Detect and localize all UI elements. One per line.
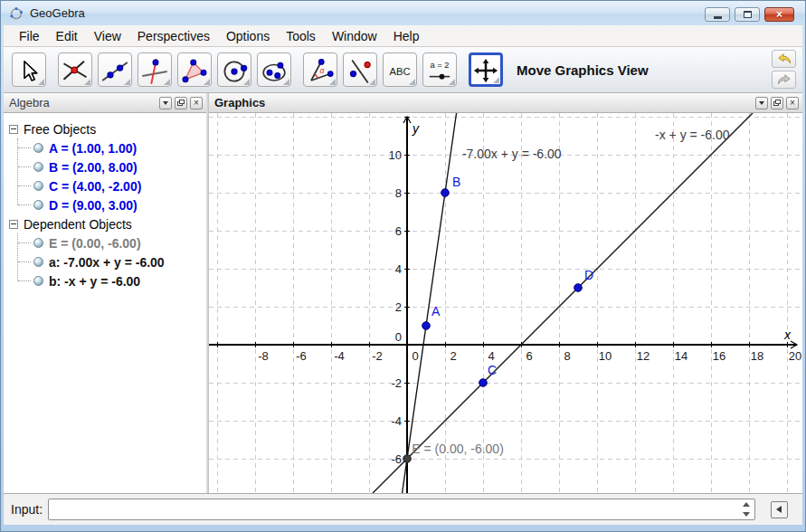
- algebra-item-c[interactable]: C = (4.00, -2.00): [4, 176, 206, 195]
- algebra-group-dependent-objects[interactable]: Dependent Objects: [4, 214, 206, 233]
- maximize-button[interactable]: [735, 7, 760, 22]
- tool-angle-button[interactable]: α: [303, 52, 337, 87]
- graphics-options-button[interactable]: [755, 97, 768, 109]
- menu-help[interactable]: Help: [385, 27, 428, 45]
- point-A[interactable]: [422, 322, 431, 330]
- tool-dropdown-arrow-icon[interactable]: [409, 79, 415, 85]
- menu-edit[interactable]: Edit: [48, 27, 86, 45]
- object-definition: B = (2.00, 8.00): [49, 160, 137, 175]
- point-C-label[interactable]: C: [488, 363, 497, 377]
- tool-dropdown-arrow-icon[interactable]: [493, 77, 499, 83]
- undock-icon: [177, 100, 185, 106]
- tool-move-graphics-view-button[interactable]: [469, 52, 503, 87]
- algebra-item-d[interactable]: D = (9.00, 3.00): [4, 195, 206, 214]
- tool-perpendicular-line-button[interactable]: [137, 52, 172, 87]
- tool-reflect-about-line-button[interactable]: [343, 52, 377, 87]
- algebra-item-b[interactable]: B = (2.00, 8.00): [4, 157, 206, 176]
- tool-dropdown-arrow-icon[interactable]: [164, 79, 170, 85]
- point-E[interactable]: [403, 455, 412, 463]
- x-tick-label: -6: [296, 349, 307, 363]
- chevron-down-icon: [759, 101, 764, 105]
- x-tick-label: 8: [564, 349, 570, 363]
- visibility-marble-icon[interactable]: [33, 200, 43, 210]
- tool-dropdown-arrow-icon[interactable]: [283, 79, 289, 85]
- y-tick-label: 2: [395, 300, 402, 314]
- menu-file[interactable]: File: [11, 27, 48, 45]
- tool-line-two-points-button[interactable]: [98, 52, 132, 87]
- algebra-item-a[interactable]: A = (1.00, 1.00): [4, 138, 206, 157]
- object-definition: A = (1.00, 1.00): [49, 141, 137, 156]
- point-E-label[interactable]: E = (0.00, -6.00): [412, 442, 504, 456]
- tool-ellipse-button[interactable]: [257, 52, 291, 87]
- graphics-header: Graphics ×: [209, 93, 802, 113]
- input-history-down-icon[interactable]: [743, 512, 750, 517]
- visibility-marble-icon[interactable]: [33, 238, 43, 248]
- tool-dropdown-arrow-icon[interactable]: [84, 79, 90, 85]
- tool-insert-text-button[interactable]: ABC: [383, 52, 417, 87]
- visibility-marble-icon[interactable]: [33, 181, 43, 191]
- tool-dropdown-arrow-icon[interactable]: [124, 79, 130, 85]
- line-a-equation-label[interactable]: -7.00x + y = -6.00: [462, 147, 562, 161]
- algebra-title: Algebra: [9, 96, 50, 109]
- minimize-button[interactable]: [705, 7, 730, 22]
- title-bar[interactable]: GeoGebra ×: [1, 1, 805, 25]
- point-A-label[interactable]: A: [431, 304, 441, 318]
- algebra-item-a[interactable]: a: -7.00x + y = -6.00: [4, 252, 206, 271]
- tool-slider-button[interactable]: a = 2: [422, 52, 457, 87]
- visibility-marble-icon[interactable]: [33, 276, 43, 286]
- group-label: Free Objects: [24, 122, 96, 137]
- visibility-marble-icon[interactable]: [33, 162, 43, 172]
- algebra-item-e[interactable]: E = (0.00, -6.00): [4, 233, 206, 252]
- tool-dropdown-arrow-icon[interactable]: [38, 79, 44, 85]
- collapse-icon[interactable]: [9, 220, 18, 229]
- input-history-up-icon[interactable]: [743, 502, 750, 507]
- visibility-marble-icon[interactable]: [33, 257, 43, 267]
- menu-view[interactable]: View: [86, 27, 129, 45]
- input-field[interactable]: [48, 499, 755, 520]
- object-definition: D = (9.00, 3.00): [49, 198, 137, 213]
- redo-icon: [776, 73, 792, 86]
- tool-dropdown-arrow-icon[interactable]: [369, 79, 375, 85]
- x-tick-label: 4: [488, 349, 494, 363]
- input-help-toggle-button[interactable]: [771, 501, 788, 518]
- algebra-group-free-objects[interactable]: Free Objects: [4, 119, 206, 138]
- line-b-equation-label[interactable]: -x + y = -6.00: [655, 128, 730, 142]
- group-label: Dependent Objects: [24, 217, 132, 232]
- tool-dropdown-arrow-icon[interactable]: [329, 79, 336, 85]
- tool-move-button[interactable]: [12, 52, 46, 87]
- y-axis-label: y: [412, 121, 420, 136]
- y-tick-label: -4: [391, 414, 402, 428]
- menu-window[interactable]: Window: [324, 27, 385, 45]
- menu-perspectives[interactable]: Perspectives: [129, 27, 218, 45]
- graphics-undock-button[interactable]: [771, 97, 783, 109]
- menu-tools[interactable]: Tools: [278, 27, 324, 45]
- graphics-canvas[interactable]: [209, 113, 802, 493]
- tool-intersect-point-button[interactable]: [58, 52, 92, 87]
- algebra-view: Algebra × Free ObjectsA = (1.00, 1.00)B …: [4, 93, 206, 493]
- left-triangle-icon: [776, 506, 782, 513]
- undo-icon: [776, 52, 792, 65]
- close-button[interactable]: ×: [764, 7, 794, 22]
- visibility-marble-icon[interactable]: [33, 143, 43, 153]
- tool-dropdown-arrow-icon[interactable]: [243, 79, 250, 85]
- redo-button[interactable]: [772, 71, 796, 89]
- chevron-down-icon: [163, 101, 168, 105]
- menu-options[interactable]: Options: [218, 27, 278, 45]
- tool-dropdown-arrow-icon[interactable]: [449, 79, 455, 85]
- graphics-close-button[interactable]: ×: [786, 97, 799, 109]
- tool-polygon-button[interactable]: [177, 52, 212, 87]
- point-C[interactable]: [479, 379, 488, 387]
- collapse-icon[interactable]: [9, 125, 18, 134]
- point-D[interactable]: [574, 284, 583, 292]
- undo-button[interactable]: [772, 50, 796, 68]
- algebra-undock-button[interactable]: [175, 97, 187, 109]
- point-B-label[interactable]: B: [452, 175, 460, 189]
- point-B[interactable]: [441, 189, 450, 197]
- tool-circle-center-point-button[interactable]: [217, 52, 251, 87]
- minimize-icon: [714, 16, 722, 19]
- algebra-item-b[interactable]: b: -x + y = -6.00: [4, 271, 206, 290]
- algebra-close-button[interactable]: ×: [190, 97, 203, 109]
- point-D-label[interactable]: D: [584, 268, 593, 282]
- algebra-options-button[interactable]: [159, 97, 172, 109]
- tool-dropdown-arrow-icon[interactable]: [204, 79, 210, 85]
